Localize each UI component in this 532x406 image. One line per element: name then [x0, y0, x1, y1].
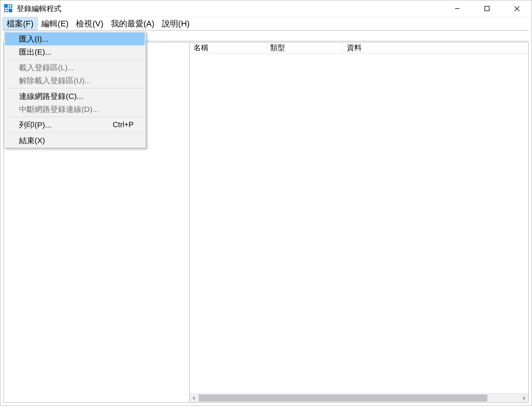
- minimize-button[interactable]: [442, 0, 472, 17]
- menu-item-label: 列印(P)...: [19, 120, 52, 130]
- list-body[interactable]: [190, 54, 528, 402]
- menu-item-label: 匯入(I)...: [19, 34, 48, 44]
- menu-item-print[interactable]: 列印(P)... Ctrl+P: [5, 118, 145, 131]
- menu-item-label: 解除載入登錄區(U)...: [19, 75, 91, 86]
- close-button[interactable]: [502, 0, 532, 17]
- menu-item-load-hive: 載入登錄區(L)...: [5, 61, 145, 74]
- registry-list-panel: 名稱 類型 資料: [190, 42, 528, 402]
- menu-item-label: 中斷網路登錄連線(D)...: [19, 104, 99, 115]
- col-name[interactable]: 名稱: [190, 42, 266, 53]
- menu-item-disconnect-network: 中斷網路登錄連線(D)...: [5, 103, 145, 116]
- menu-item-import[interactable]: 匯入(I)...: [5, 32, 145, 45]
- svg-rect-12: [485, 6, 489, 11]
- svg-rect-7: [4, 11, 6, 12]
- menu-item-connect-network[interactable]: 連線網路登錄(C)...: [5, 90, 145, 103]
- maximize-button[interactable]: [472, 0, 502, 17]
- menu-item-exit[interactable]: 結束(X): [5, 134, 145, 147]
- scroll-left-button[interactable]: [190, 394, 199, 403]
- menu-view[interactable]: 檢視(V): [72, 17, 107, 30]
- col-data[interactable]: 資料: [343, 42, 528, 53]
- list-header: 名稱 類型 資料: [190, 42, 528, 54]
- col-type[interactable]: 類型: [266, 42, 343, 53]
- svg-rect-9: [9, 9, 12, 12]
- menu-item-label: 載入登錄區(L)...: [19, 62, 74, 73]
- menu-item-unload-hive: 解除載入登錄區(U)...: [5, 74, 145, 87]
- menu-item-label: 結束(X): [19, 135, 45, 146]
- menu-edit[interactable]: 編輯(E): [38, 17, 72, 30]
- menu-help[interactable]: 說明(H): [158, 17, 193, 30]
- svg-point-10: [10, 4, 13, 6]
- window-controls: [442, 0, 532, 17]
- menu-file[interactable]: 檔案(F): [3, 17, 38, 30]
- menu-item-label: 連線網路登錄(C)...: [19, 91, 83, 102]
- svg-rect-6: [6, 9, 8, 10]
- menu-item-label: 匯出(E)...: [19, 47, 52, 57]
- svg-rect-4: [11, 6, 12, 8]
- regedit-icon: [4, 4, 13, 13]
- scroll-track[interactable]: [199, 394, 519, 402]
- menu-separator: [6, 117, 144, 117]
- titlebar: 登錄編輯程式: [0, 0, 532, 17]
- menu-favorites[interactable]: 我的最愛(A): [107, 17, 158, 30]
- scroll-right-button[interactable]: [519, 394, 528, 403]
- svg-rect-8: [6, 11, 8, 12]
- window-title: 登錄編輯程式: [17, 4, 61, 14]
- menubar: 檔案(F) 編輯(E) 檢視(V) 我的最愛(A) 說明(H): [0, 17, 532, 30]
- menu-separator: [6, 59, 144, 60]
- scroll-thumb[interactable]: [199, 394, 487, 402]
- menu-item-shortcut: Ctrl+P: [113, 120, 134, 129]
- menu-separator: [6, 132, 144, 133]
- svg-rect-5: [4, 9, 6, 10]
- menu-separator: [6, 88, 144, 88]
- menu-item-export[interactable]: 匯出(E)...: [5, 45, 145, 58]
- svg-rect-1: [9, 4, 10, 6]
- svg-rect-3: [9, 6, 10, 8]
- horizontal-scrollbar[interactable]: [190, 393, 528, 402]
- svg-rect-0: [4, 4, 8, 8]
- file-menu-dropdown: 匯入(I)... 匯出(E)... 載入登錄區(L)... 解除載入登錄區(U)…: [4, 31, 146, 148]
